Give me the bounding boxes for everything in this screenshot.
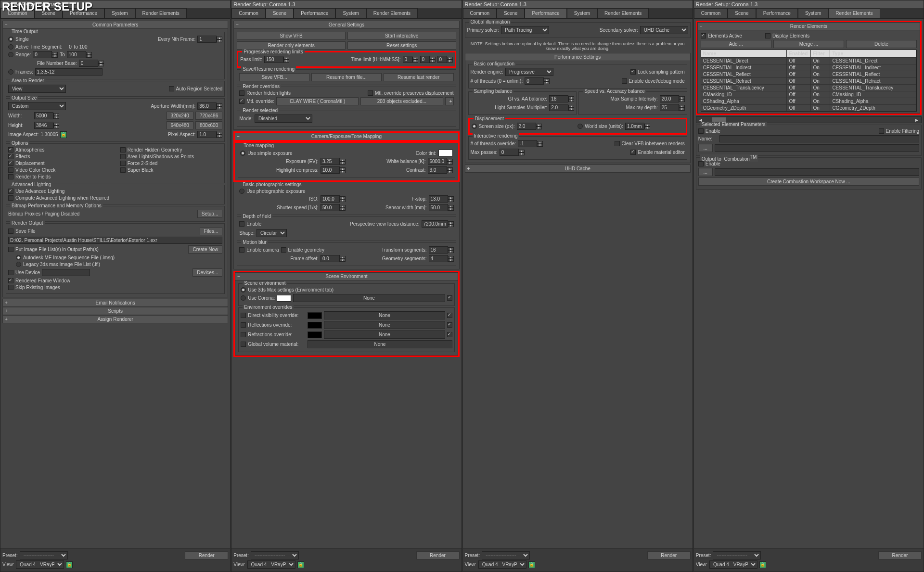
output-path[interactable] [8, 237, 222, 244]
rollout-assign[interactable]: +Assign Renderer [2, 315, 228, 323]
exclude-button[interactable]: 203 objects excluded... [360, 97, 443, 105]
primary-select[interactable]: Path Tracing [501, 26, 549, 34]
lock-icon[interactable]: 🔒 [60, 131, 67, 138]
msi-input[interactable] [660, 95, 679, 102]
rollout-uhd[interactable]: +UHD Cache [465, 165, 691, 173]
radio-autodesk[interactable] [16, 255, 21, 260]
resume-file-button[interactable]: Resume from file... [311, 73, 382, 81]
tab-system[interactable]: System [104, 8, 135, 18]
sb-check[interactable] [120, 167, 126, 173]
merge-button[interactable]: Merge ... [773, 40, 844, 48]
render-button[interactable]: Render [647, 551, 691, 559]
device-input[interactable] [42, 269, 90, 276]
tab-scene[interactable]: Scene [728, 8, 756, 18]
persp-input[interactable] [422, 220, 448, 228]
effects-check[interactable] [8, 154, 13, 159]
max-pass-input[interactable] [500, 149, 519, 156]
sel-name-input[interactable] [719, 135, 919, 142]
scroll-right-icon[interactable]: ► [914, 117, 919, 123]
alsp-check[interactable] [120, 154, 126, 159]
preset-320[interactable]: 320x240 [167, 112, 193, 120]
aperture-input[interactable] [197, 102, 217, 110]
delete-button[interactable]: Delete [846, 40, 917, 48]
add-button[interactable]: Add ... [701, 40, 771, 48]
clear-vfb-check[interactable] [615, 141, 620, 146]
sel-filter-check[interactable] [879, 128, 884, 134]
radio-single[interactable] [8, 37, 13, 42]
frames-input[interactable] [35, 68, 103, 76]
table-row[interactable]: CMasking_IDOffOnCMasking_ID [701, 91, 916, 98]
radio-frames[interactable] [8, 69, 13, 75]
rollout-common-params[interactable]: −Common Parameters [2, 21, 228, 29]
direct-map[interactable]: None [324, 311, 445, 319]
tint-swatch[interactable] [438, 150, 453, 156]
preset-select[interactable]: ------------------- [251, 551, 299, 559]
tab-common[interactable]: Common [231, 8, 266, 18]
width-input[interactable] [34, 112, 53, 119]
view-select[interactable]: Quad 4 - VRayPhysic… [709, 560, 757, 569]
direct-swatch[interactable] [308, 312, 322, 319]
engine-select[interactable]: Progressive [505, 68, 553, 76]
use-device-check[interactable] [8, 270, 13, 275]
show-vfb-button[interactable]: Show VFB [237, 32, 346, 40]
preset-640[interactable]: 640x480 [167, 121, 193, 129]
en-mat-check[interactable] [630, 150, 636, 155]
hidden-lights-check[interactable] [239, 90, 244, 96]
hc-input[interactable] [321, 166, 340, 174]
put-img-check[interactable] [8, 247, 13, 252]
preset-select[interactable]: ------------------- [20, 551, 68, 559]
lock-icon[interactable]: 🔒 [297, 561, 304, 568]
col-filter[interactable]: Filter [811, 50, 830, 57]
rollout-perf[interactable]: −Performance Settings [465, 53, 691, 61]
direct-vis-check[interactable] [241, 313, 246, 318]
disp-elem-check[interactable] [765, 33, 770, 38]
reset-button[interactable]: Reset settings [347, 41, 456, 50]
table-row[interactable]: CESSENTIAL_ReflectOffOnCESSENTIAL_Reflec… [701, 71, 916, 77]
table-row[interactable]: CESSENTIAL_DirectOffOnCESSENTIAL_Direct [701, 57, 916, 64]
table-row[interactable]: CShading_AlphaOffOnCShading_Alpha [701, 98, 916, 104]
radio-use-corona[interactable] [241, 295, 246, 301]
en-cam-check[interactable] [239, 247, 244, 253]
threads-input[interactable] [525, 77, 544, 85]
files-button[interactable]: Files... [200, 227, 222, 235]
disp-check[interactable] [8, 161, 13, 166]
shape-select[interactable]: Circular [257, 229, 287, 237]
tab-render-elements[interactable]: Render Elements [828, 8, 880, 18]
corona-swatch[interactable] [277, 295, 291, 302]
radio-active[interactable] [8, 44, 13, 50]
mtl-preserve-check[interactable] [368, 90, 373, 96]
lock-icon[interactable]: 🔒 [759, 561, 766, 568]
lock-icon[interactable]: 🔒 [66, 561, 73, 568]
preset-800[interactable]: 800x600 [195, 121, 222, 129]
start-interactive-button[interactable]: Start interactive [347, 32, 456, 40]
glob-vol-map[interactable]: None [308, 340, 452, 348]
tab-render-elements[interactable]: Render Elements [366, 8, 418, 18]
pass-limit-input[interactable] [264, 56, 283, 63]
radio-world[interactable] [578, 124, 583, 129]
mode-select[interactable]: Disabled [255, 114, 312, 123]
tab-system[interactable]: System [567, 8, 597, 18]
refl-check[interactable] [241, 322, 246, 328]
glob-vol-check[interactable] [241, 342, 246, 347]
plus-button[interactable]: + [445, 97, 454, 105]
rollout-re[interactable]: −Render Elements [697, 22, 920, 30]
rollout-scripts[interactable]: +Scripts [2, 307, 228, 315]
table-row[interactable]: CESSENTIAL_TranslucencyOffOnCESSENTIAL_T… [701, 84, 916, 91]
devices-button[interactable]: Devices... [192, 268, 222, 277]
refr-check[interactable] [241, 332, 246, 337]
sel-path-input[interactable] [715, 144, 919, 152]
rtf-check[interactable] [8, 174, 13, 179]
render-button[interactable]: Render [416, 551, 460, 559]
view-select[interactable]: Quad 4 - VRayPhysic… [16, 560, 64, 569]
comb-enable-check[interactable] [698, 161, 704, 166]
radio-use-max[interactable] [241, 287, 246, 292]
tab-performance[interactable]: Performance [294, 8, 335, 18]
sel-enable-check[interactable] [698, 128, 704, 134]
comb-path-input[interactable] [715, 168, 919, 176]
skip-check[interactable] [8, 285, 13, 290]
preset-select[interactable]: ------------------- [713, 551, 761, 559]
tab-performance[interactable]: Performance [525, 8, 566, 18]
create-comb-button[interactable]: Create Combustion Workspace Now ... [698, 178, 919, 186]
dof-enable-check[interactable] [239, 221, 244, 227]
table-row[interactable]: CESSENTIAL_RefractOffOnCESSENTIAL_Refrac… [701, 77, 916, 84]
